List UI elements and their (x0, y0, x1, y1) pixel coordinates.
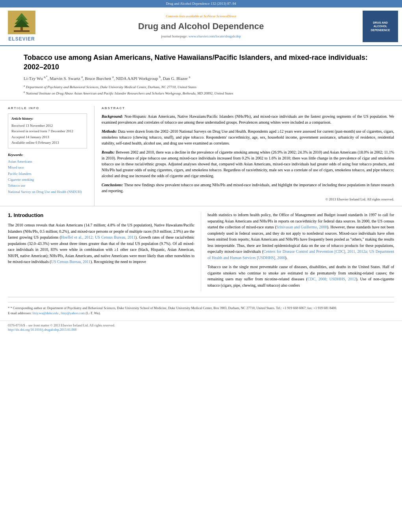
article-info-abstract-section: ARTICLE INFO Article history: Received 1… (0, 100, 402, 206)
conclusions-label: Conclusions: (102, 183, 123, 187)
article-title-section: Tobacco use among Asian Americans, Nativ… (0, 46, 402, 100)
article-history-block: Article history: Received 13 November 20… (8, 113, 87, 148)
keyword-3: Pacific Islanders (8, 171, 87, 177)
authors-line: Li-Tzy Wu a,*, Marvin S. Swartz a, Bruce… (24, 75, 378, 82)
intro-para-3: Tobacco use is the single most preventab… (207, 264, 394, 288)
journal-citation-bar: Drug and Alcohol Dependence 132 (2013) 8… (0, 0, 402, 7)
body-right-column: health statistics to inform health polic… (201, 212, 394, 291)
keyword-5: Tobacco use (8, 183, 87, 189)
abstract-conclusions: Conclusions: These new findings show pre… (102, 182, 394, 194)
elsevier-tree-icon (8, 11, 35, 34)
journal-citation: Drug and Alcohol Dependence 132 (2013) 8… (166, 2, 236, 6)
journal-logo-right: DRUG AND ALCOHOL DEPENDENCE (363, 11, 398, 43)
article-info-column: ARTICLE INFO Article history: Received 1… (8, 106, 94, 206)
available-date: Available online 6 February 2013 (11, 140, 83, 145)
affiliation-b: b National Institute on Drug Abuse Asian… (24, 90, 378, 96)
methods-label: Methods: (102, 129, 117, 133)
authors-text: Li-Tzy Wu a,*, Marvin S. Swartz a, Bruce… (24, 76, 190, 81)
journal-header: ELSEVIER Contents lists available at Sci… (0, 7, 402, 46)
science-direct-brand: SciVerse ScienceDirect (204, 14, 236, 18)
abstract-methods: Methods: Data were drawn from the 2002–2… (102, 128, 394, 146)
abstract-results: Results: Between 2002 and 2010, there wa… (102, 149, 394, 179)
elsevier-brand-name: ELSEVIER (8, 36, 35, 43)
page-footer: 0376-8716/$ – see front matter © 2013 El… (0, 321, 402, 334)
issn-line: 0376-8716/$ – see front matter © 2013 El… (8, 323, 394, 328)
svg-rect-5 (14, 30, 30, 32)
page: Drug and Alcohol Dependence 132 (2013) 8… (0, 0, 402, 532)
abstract-label: ABSTRACT (102, 106, 394, 110)
conclusions-text: These new findings show prevalent tobacc… (102, 183, 394, 193)
email-1[interactable]: litzy.wu@duke.edu (32, 311, 58, 315)
journal-main-title: Drug and Alcohol Dependence (138, 20, 264, 33)
science-direct-link: Contents lists available at SciVerse Sci… (166, 14, 236, 19)
logo-right-text: DRUG AND ALCOHOL DEPENDENCE (371, 21, 390, 32)
background-text: Non-Hispanic Asian Americans, Native Haw… (102, 114, 394, 124)
background-label: Background: (102, 114, 123, 119)
journal-homepage: journal homepage: www.elsevier.com/locat… (161, 34, 241, 39)
tree-svg (10, 11, 33, 33)
accepted-date: Accepted 14 January 2013 (11, 134, 83, 140)
keyword-4: Cigarette smoking (8, 177, 87, 183)
intro-para-1: The 2010 census reveals that Asian Ameri… (8, 222, 195, 265)
journal-center: Contents lists available at SciVerse Sci… (43, 11, 359, 43)
doi-line: http://dx.doi.org/10.1016/j.drugalcdep.2… (8, 328, 394, 332)
revised-date: Received in revised form 7 December 2012 (11, 128, 83, 134)
footnote-section: * * Corresponding author at: Department … (8, 297, 394, 317)
results-label: Results: (102, 150, 115, 154)
intro-heading: 1. Introduction (8, 212, 195, 219)
copyright-line: © 2013 Elsevier Ireland Ltd. All rights … (102, 197, 394, 206)
footnote-divider (8, 302, 394, 302)
homepage-link[interactable]: www.elsevier.com/locate/drugalcdep (189, 34, 241, 38)
body-two-column: 1. Introduction The 2010 census reveals … (8, 212, 394, 291)
abstract-background: Background: Non-Hispanic Asian Americans… (102, 113, 394, 125)
intro-para-2: health statistics to inform health polic… (207, 212, 394, 261)
results-text: Between 2002 and 2010, there was a decli… (102, 150, 394, 178)
keyword-6: National Survey on Drug Use and Health (… (8, 189, 87, 195)
abstract-column: ABSTRACT Background: Non-Hispanic Asian … (94, 106, 394, 206)
received-date: Received 13 November 2012 (11, 123, 83, 128)
abstract-block: Background: Non-Hispanic Asian Americans… (102, 113, 394, 206)
elsevier-logo-left: ELSEVIER (4, 11, 39, 43)
footnote-emails: E-mail addresses: litzy.wu@duke.edu , li… (8, 311, 394, 316)
body-content: 1. Introduction The 2010 census reveals … (0, 206, 402, 297)
doi-link[interactable]: http://dx.doi.org/10.1016/j.drugalcdep.2… (8, 328, 76, 332)
affiliation-a: a Department of Psychiatry and Behaviora… (24, 84, 378, 90)
methods-text: Data were drawn from the 2002–2010 Natio… (102, 129, 394, 145)
footnote-text: * * Corresponding author at: Department … (8, 306, 394, 311)
affiliations: a Department of Psychiatry and Behaviora… (24, 84, 378, 96)
body-left-column: 1. Introduction The 2010 census reveals … (8, 212, 201, 291)
keyword-2: Mixed race (8, 165, 87, 171)
history-title: Article history: (11, 116, 83, 121)
keywords-block: Keywords: Asian Americans Mixed race Pac… (8, 152, 87, 195)
email-2[interactable]: litzy@yahoo.com (61, 311, 85, 315)
article-main-title: Tobacco use among Asian Americans, Nativ… (24, 53, 378, 72)
article-info-label: ARTICLE INFO (8, 106, 87, 110)
keywords-title: Keywords: (8, 152, 87, 158)
keyword-1: Asian Americans (8, 159, 87, 165)
